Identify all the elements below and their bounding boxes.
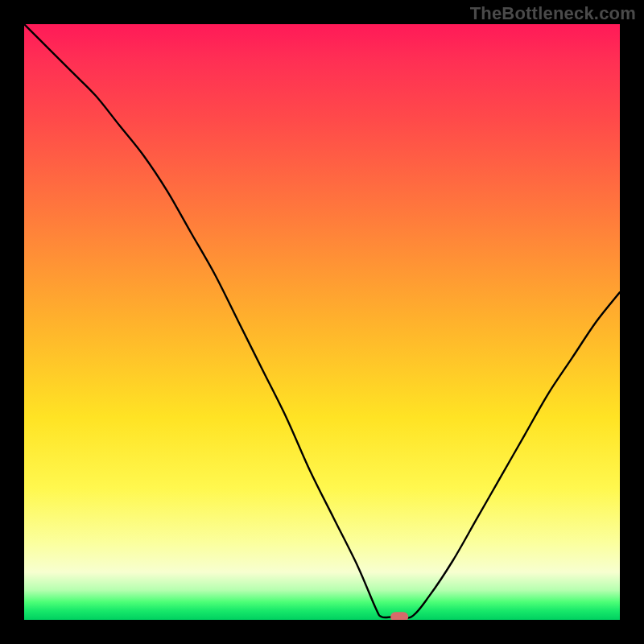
optimal-point-marker bbox=[390, 612, 408, 620]
chart-frame: TheBottleneck.com bbox=[0, 0, 644, 644]
bottleneck-curve bbox=[24, 24, 620, 618]
watermark-text: TheBottleneck.com bbox=[470, 3, 636, 24]
plot-area bbox=[24, 24, 620, 620]
plot-svg bbox=[24, 24, 620, 620]
